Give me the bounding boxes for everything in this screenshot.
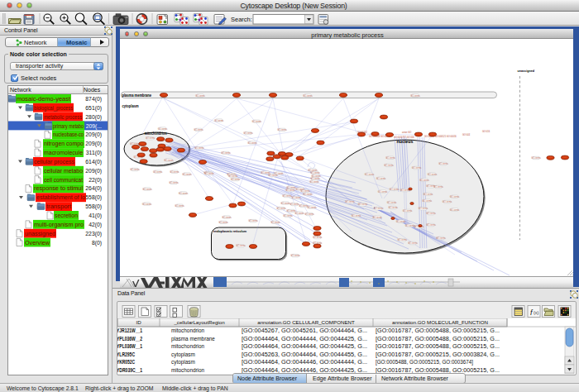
svg-text:YLR295C: YLR295C [117, 351, 135, 357]
svg-text:GO-terms: GO-terms [390, 188, 400, 191]
svg-text:GO-terms: GO-terms [142, 188, 152, 191]
svg-text:GO-terms: GO-terms [385, 156, 395, 160]
svg-text:annot GO: annot GO [402, 131, 411, 134]
svg-text:[GO:0044464, GO:0044444, GO:00: [GO:0044464, GO:0044444, GO:0044425, G..… [242, 336, 367, 342]
svg-text:(x): (x) [534, 310, 539, 315]
svg-text:transport: transport [46, 203, 71, 210]
svg-text:GO-terms: GO-terms [373, 216, 383, 219]
svg-text:GO-terms: GO-terms [142, 203, 152, 206]
svg-text:GO-terms: GO-terms [146, 136, 156, 140]
svg-text:GO-terms: GO-terms [358, 203, 368, 206]
svg-text:209(0): 209(0) [85, 167, 102, 174]
svg-text:GO-terms: GO-terms [450, 195, 460, 198]
svg-text:209(0): 209(0) [85, 131, 102, 138]
svg-text:GO-terms: GO-terms [352, 214, 361, 218]
svg-text:GO-terms: GO-terms [261, 171, 270, 174]
svg-text:cytoplasm: cytoplasm [171, 351, 195, 358]
svg-text:[GO:0016787, GO:0005488, GO:00: [GO:0016787, GO:0005488, GO:0005215, G..… [376, 336, 500, 342]
svg-text:[GO:0045263, GO:0044464, GO:00: [GO:0045263, GO:0044464, GO:0044455, G..… [242, 351, 367, 358]
svg-text:GO-terms: GO-terms [204, 172, 214, 175]
svg-text:GO-terms: GO-terms [313, 236, 323, 239]
svg-text:GO-terms: GO-terms [310, 171, 320, 174]
svg-text:ID: ID [136, 319, 141, 325]
svg-text:GO-terms: GO-terms [443, 200, 452, 203]
svg-text:GO-terms: GO-terms [164, 159, 174, 162]
svg-text:cell communicat: cell communicat [44, 176, 83, 182]
svg-text:GO-terms: GO-terms [384, 164, 394, 167]
svg-text:multi-organism pro: multi-organism pro [34, 221, 84, 227]
svg-text:GO:0016787-GO:000: GO:0016787-GO:000 [394, 136, 414, 139]
svg-text:GO-terms: GO-terms [531, 156, 541, 160]
svg-text:plasma membrane: plasma membrane [171, 336, 215, 342]
svg-text:GO-terms: GO-terms [294, 212, 304, 215]
svg-text:primary metabo: primary metabo [53, 122, 84, 129]
svg-text:GO-terms: GO-terms [419, 179, 429, 182]
svg-text:YPL036W__1: YPL036W__1 [117, 343, 142, 349]
svg-text:GO-terms: GO-terms [194, 146, 204, 150]
svg-text:GO-terms: GO-terms [179, 192, 189, 195]
svg-text:GO:016: GO:016 [482, 130, 490, 133]
svg-text:GO-terms: GO-terms [182, 173, 192, 176]
svg-text:GO-terms: GO-terms [283, 214, 293, 218]
svg-text:GO-terms: GO-terms [252, 120, 262, 123]
svg-text:GO-terms: GO-terms [433, 185, 443, 189]
svg-text:YDR039C__1: YDR039C__1 [117, 367, 142, 373]
svg-text:secretion: secretion [55, 213, 78, 218]
svg-text:GO-terms: GO-terms [423, 199, 433, 203]
svg-text:GO-terms: GO-terms [222, 216, 232, 219]
svg-text:GO-terms: GO-terms [158, 127, 168, 131]
svg-text:mitochondrion: mitochondrion [145, 131, 167, 136]
svg-text:GO-terms: GO-terms [243, 131, 253, 135]
svg-text:[GO:0044464, GO:0044446, GO:00: [GO:0044464, GO:0044446, GO:0044444, G..… [242, 359, 367, 366]
svg-text:macromolecule: macromolecule [44, 150, 83, 155]
svg-text:[GO:0016787, GO:0005488, GO:00: [GO:0016787, GO:0005488, GO:0005215, G..… [376, 327, 500, 334]
svg-text:GO-terms: GO-terms [277, 128, 287, 131]
svg-text:GO-terms: GO-terms [303, 94, 313, 98]
svg-text:GO-terms: GO-terms [426, 223, 436, 227]
svg-text:GO-terms: GO-terms [236, 244, 246, 247]
svg-text:GO-terms: GO-terms [419, 207, 428, 210]
svg-text:22(0): 22(0) [89, 176, 102, 183]
svg-text:GO-terms: GO-terms [376, 177, 386, 180]
svg-text:558(0): 558(0) [85, 194, 102, 201]
svg-text:874(0): 874(0) [85, 95, 102, 102]
svg-text:GO-terms: GO-terms [436, 237, 446, 240]
svg-text:558(0): 558(0) [85, 203, 102, 210]
svg-text:223(0): 223(0) [85, 230, 102, 237]
svg-text:42(0): 42(0) [89, 221, 102, 227]
svg-text:annotation.GO MOLECULAR_FUNCTI: annotation.GO MOLECULAR_FUNCTION [392, 319, 488, 325]
svg-text:annotation.GO CELLULAR_COMPONE: annotation.GO CELLULAR_COMPONENT [257, 319, 355, 325]
svg-text:cytoplasm: cytoplasm [122, 104, 139, 108]
svg-text:[GO:0016787, GO:0005215, GO:00: [GO:0016787, GO:0005215, GO:0003824, G..… [376, 351, 500, 358]
svg-text:GO-terms: GO-terms [307, 206, 317, 209]
svg-text:GO-terms: GO-terms [175, 204, 184, 208]
svg-text:GO-terms: GO-terms [389, 206, 399, 209]
svg-text:cytoplasm: cytoplasm [171, 359, 195, 366]
svg-text:GO-terms: GO-terms [285, 189, 295, 192]
svg-text:GO-terms: GO-terms [387, 201, 397, 204]
svg-text:GO-terms: GO-terms [270, 221, 280, 224]
svg-text:GO-terms: GO-terms [291, 196, 301, 199]
svg-text:GO-terms: GO-terms [214, 119, 224, 122]
svg-text:GO-terms: GO-terms [195, 94, 205, 98]
svg-text:GO-terms: GO-terms [426, 212, 436, 215]
svg-text:264(0): 264(0) [85, 185, 102, 192]
svg-text:nitrogen compo: nitrogen compo [44, 141, 84, 147]
svg-text:GO-terms: GO-terms [218, 221, 228, 224]
svg-text:[GO:0016787, GO:0005488, GO:00: [GO:0016787, GO:0005488, GO:0005215, G..… [376, 343, 500, 350]
svg-text:Search:: Search: [231, 16, 252, 23]
svg-text:GO-terms: GO-terms [345, 200, 355, 203]
svg-text:YPL036W__2: YPL036W__2 [117, 336, 142, 342]
svg-text:[GO:0005488, GO:0005215, GO:00: [GO:0005488, GO:0005215, GO:0003674] [376, 359, 473, 366]
svg-text:[GO:0044464, GO:0044444, GO:00: [GO:0044464, GO:0044444, GO:0044425, G..… [242, 343, 367, 350]
svg-text:GO-terms: GO-terms [408, 241, 418, 245]
svg-text:nucleus: nucleus [397, 139, 414, 144]
svg-text:GO-terms: GO-terms [428, 173, 438, 176]
svg-text:GO-terms: GO-terms [308, 169, 318, 172]
svg-text:311(0): 311(0) [86, 150, 102, 156]
svg-text:GO-terms: GO-terms [228, 174, 238, 178]
svg-text:GO-terms: GO-terms [303, 193, 313, 196]
svg-text:41(0): 41(0) [89, 213, 102, 219]
svg-text:YJR121W__1: YJR121W__1 [117, 327, 142, 333]
svg-text:GO:044: GO:044 [462, 133, 471, 136]
